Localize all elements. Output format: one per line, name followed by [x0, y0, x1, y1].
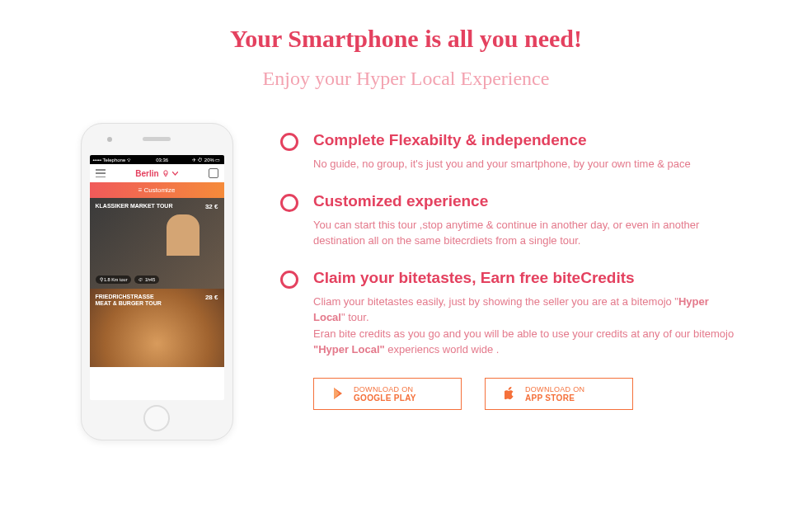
tour-title: KLASSIKER MARKET TOUR	[96, 203, 173, 210]
download-app-store-button[interactable]: DOWNLOAD ON APP STORE	[485, 378, 633, 411]
phone-status-bar: ••••• Telephone ᯤ 03:36 ✈ ⏱ 20% ▭	[90, 155, 224, 164]
download-google-play-button[interactable]: DOWNLOAD ON GOOGLE PLAY	[313, 378, 462, 411]
feature-text: Cliam your bitetastes easily, just by sh…	[313, 294, 738, 358]
feature-title: Claim your bitetastes, Earn free biteCre…	[313, 269, 738, 287]
chevron-down-icon	[172, 172, 178, 176]
tour-meta: ⚲ 1.8 Km tour ⏱ 1h45	[96, 275, 160, 284]
tour-price: 32 €	[205, 203, 218, 210]
city-label: Berlin	[135, 169, 158, 178]
feature-title: Complete Flexabilty & independence	[313, 131, 738, 149]
feature-item: Customized experience You can start this…	[280, 192, 738, 249]
tour-image	[167, 214, 199, 256]
tour-title: FRIEDRICHSTRASSE MEAT & BURGER TOUR	[96, 294, 162, 308]
cta-line2: GOOGLE PLAY	[354, 393, 416, 403]
home-button-icon	[143, 405, 170, 431]
page-subheading: Enjoy your Hyper Local Experience	[74, 68, 738, 90]
feature-item: Complete Flexabilty & independence No gu…	[280, 131, 738, 172]
feature-text: You can start this tour ,stop anytime & …	[313, 217, 738, 249]
tour-price: 28 €	[205, 294, 218, 301]
feature-text: No guide, no group, it's just you and yo…	[313, 156, 738, 172]
status-left: ••••• Telephone ᯤ	[93, 158, 132, 162]
phone-screen: ••••• Telephone ᯤ 03:36 ✈ ⏱ 20% ▭ Berlin	[90, 155, 224, 400]
circle-bullet-icon	[280, 133, 298, 151]
apple-icon	[504, 386, 517, 401]
distance-pill: ⚲ 1.8 Km tour	[96, 275, 132, 284]
feature-item: Claim your bitetastes, Earn free biteCre…	[280, 269, 738, 358]
phone-speaker-icon	[143, 137, 171, 141]
svg-point-0	[163, 171, 167, 174]
cta-line1: DOWNLOAD ON	[525, 385, 584, 393]
phone-mockup: ••••• Telephone ᯤ 03:36 ✈ ⏱ 20% ▭ Berlin	[81, 123, 233, 440]
status-right: ✈ ⏱ 20% ▭	[192, 157, 220, 162]
tour-card: FRIEDRICHSTRASSE MEAT & BURGER TOUR 28 €	[90, 289, 224, 367]
location-icon	[162, 169, 170, 177]
feature-title: Customized experience	[313, 192, 738, 210]
cta-line2: APP STORE	[525, 393, 584, 403]
tour-card: KLASSIKER MARKET TOUR 32 € ⚲ 1.8 Km tour…	[90, 198, 224, 289]
circle-bullet-icon	[280, 271, 298, 289]
app-header: Berlin	[90, 164, 224, 182]
hamburger-icon	[96, 169, 106, 177]
phone-camera-icon	[107, 137, 112, 142]
status-time: 03:36	[156, 158, 168, 162]
duration-pill: ⏱ 1h45	[134, 275, 159, 284]
customize-bar: ≡ Customize	[90, 182, 224, 198]
basket-icon	[209, 168, 218, 178]
google-play-icon	[332, 386, 345, 401]
circle-bullet-icon	[280, 194, 298, 212]
page-heading: Your Smartphone is all you need!	[74, 25, 738, 53]
cta-line1: DOWNLOAD ON	[354, 385, 416, 393]
city-selector: Berlin	[135, 169, 177, 178]
